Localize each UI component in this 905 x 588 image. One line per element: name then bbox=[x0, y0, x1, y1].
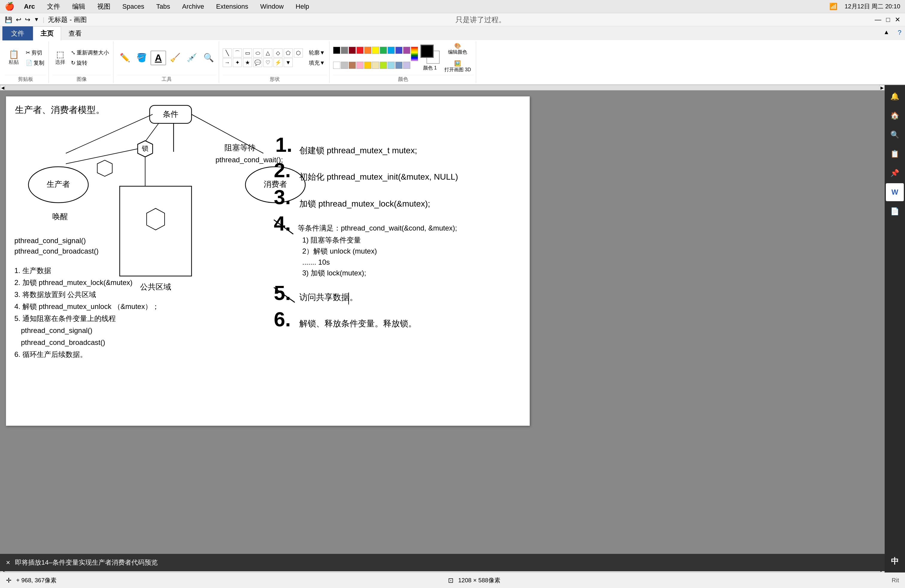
quick-save-icon[interactable]: 💾 bbox=[5, 16, 12, 23]
paste-btn[interactable]: 📋 粘贴 bbox=[5, 49, 23, 67]
fill-shape-btn[interactable]: 填充▼ bbox=[307, 58, 327, 67]
cut-label: 剪切 bbox=[32, 49, 42, 56]
right-text-6: 解锁、释放条件变量。释放锁。 bbox=[299, 319, 417, 328]
color-purple[interactable] bbox=[403, 47, 410, 54]
color-pink[interactable] bbox=[356, 62, 364, 69]
maximize-btn[interactable]: □ bbox=[886, 16, 890, 24]
sr-btn-clipboard2[interactable]: 📋 bbox=[886, 145, 904, 163]
collapse-ribbon-btn[interactable]: ▲ bbox=[879, 26, 894, 40]
open-3d-btn[interactable]: 🖼️ 打开画图 3D bbox=[442, 59, 473, 74]
sr-btn-home[interactable]: 🏠 bbox=[886, 106, 904, 124]
menu-view[interactable]: 视图 bbox=[95, 1, 113, 12]
color-darkred[interactable] bbox=[349, 47, 356, 54]
color-lightblue[interactable] bbox=[387, 62, 395, 69]
color-blue[interactable] bbox=[395, 47, 403, 54]
outline-btn[interactable]: 轮廓▼ bbox=[307, 48, 327, 57]
scroll-right-btn[interactable]: ▶ bbox=[879, 85, 884, 91]
color-spectrum[interactable] bbox=[411, 47, 418, 61]
shape-diamond[interactable]: ◇ bbox=[273, 49, 283, 57]
right-text-4b: 2）解锁 unlock (mutex) bbox=[302, 247, 377, 255]
text-btn[interactable]: A bbox=[151, 51, 166, 65]
image-tools: ⬚ 选择 ⤡ 重新调整大小 ↻ 旋转 bbox=[52, 41, 111, 74]
menu-extensions[interactable]: Extensions bbox=[214, 2, 251, 12]
sr-btn-search[interactable]: 🔍 bbox=[886, 126, 904, 144]
color-cream[interactable] bbox=[372, 62, 379, 69]
copy-btn[interactable]: 📄 复制 bbox=[24, 58, 46, 67]
menu-window[interactable]: Window bbox=[258, 2, 286, 12]
rotate-btn[interactable]: ↻ 旋转 bbox=[69, 58, 111, 67]
color-lightgray[interactable] bbox=[341, 62, 348, 69]
undo-btn[interactable]: ↩ bbox=[16, 16, 21, 24]
tab-view[interactable]: 查看 bbox=[61, 26, 89, 40]
color-cyan[interactable] bbox=[387, 47, 395, 54]
color-orange[interactable] bbox=[364, 47, 372, 54]
menu-tabs[interactable]: Tabs bbox=[154, 2, 172, 12]
color-white[interactable] bbox=[333, 62, 340, 69]
close-btn[interactable]: ✕ bbox=[895, 16, 900, 24]
menu-arc[interactable]: Arc bbox=[22, 2, 37, 12]
colors-label: 颜色 bbox=[333, 75, 473, 83]
dropdown-icon[interactable]: ▼ bbox=[34, 16, 39, 23]
redo-btn[interactable]: ↪ bbox=[25, 16, 30, 24]
edit-colors-btn[interactable]: 🎨 编辑颜色 bbox=[442, 41, 473, 57]
tab-home[interactable]: 主页 bbox=[33, 26, 61, 40]
apple-menu[interactable]: 🍎 bbox=[5, 2, 14, 11]
shape-curve[interactable]: ⌒ bbox=[233, 49, 242, 57]
shape-heart[interactable]: ♡ bbox=[264, 58, 272, 67]
shape-hexagon[interactable]: ⬡ bbox=[294, 49, 303, 57]
color-lime[interactable] bbox=[380, 62, 387, 69]
menu-spaces[interactable]: Spaces bbox=[120, 2, 147, 12]
sr-btn-input[interactable]: 中 bbox=[886, 552, 904, 570]
shape-triangle[interactable]: △ bbox=[264, 49, 272, 57]
canvas-area[interactable]: 生产者、消费者模型。 条件 bbox=[0, 91, 884, 567]
shape-lightning[interactable]: ⚡ bbox=[273, 58, 283, 67]
shape-more[interactable]: ▼ bbox=[284, 58, 293, 67]
shape-callout[interactable]: 💬 bbox=[253, 58, 262, 67]
resize-label: 重新调整大小 bbox=[76, 49, 109, 56]
menu-edit[interactable]: 编辑 bbox=[70, 1, 88, 12]
color-lavender[interactable] bbox=[403, 62, 410, 69]
sr-btn-word[interactable]: W bbox=[886, 183, 904, 201]
menu-help[interactable]: Help bbox=[293, 2, 311, 12]
help-btn[interactable]: ? bbox=[894, 26, 905, 40]
select-icon: ⬚ bbox=[56, 50, 64, 59]
color-green[interactable] bbox=[380, 47, 387, 54]
color-steel[interactable] bbox=[395, 62, 403, 69]
color-brown[interactable] bbox=[349, 62, 356, 69]
notif-close-btn[interactable]: × bbox=[6, 558, 10, 567]
fill-btn[interactable]: 🪣 bbox=[134, 52, 149, 63]
menu-file[interactable]: 文件 bbox=[44, 1, 62, 12]
scroll-left-btn[interactable]: ◀ bbox=[0, 85, 5, 91]
select-btn[interactable]: ⬚ 选择 bbox=[52, 49, 68, 67]
edit-colors-icon: 🎨 bbox=[454, 43, 461, 49]
shape-star5[interactable]: ★ bbox=[243, 58, 252, 67]
sr-btn-notifications[interactable]: 🔔 bbox=[886, 87, 904, 105]
shape-arrow[interactable]: → bbox=[223, 58, 232, 67]
color-black[interactable] bbox=[333, 47, 340, 54]
hscroll-top[interactable]: ◀ ▶ bbox=[0, 85, 884, 91]
resize-btn[interactable]: ⤡ 重新调整大小 bbox=[69, 48, 111, 57]
color-yellow[interactable] bbox=[372, 47, 379, 54]
sr-btn-pin[interactable]: 📌 bbox=[886, 164, 904, 182]
tab-file[interactable]: 文件 bbox=[2, 26, 33, 40]
cut-btn[interactable]: ✂ 剪切 bbox=[24, 48, 46, 57]
color1-swatch[interactable] bbox=[421, 44, 433, 58]
magnify-btn[interactable]: 🔍 bbox=[201, 52, 216, 63]
shape-line[interactable]: ╲ bbox=[223, 49, 232, 57]
color-gray[interactable] bbox=[341, 47, 348, 54]
shape-rect[interactable]: ▭ bbox=[243, 49, 252, 57]
color-gold[interactable] bbox=[364, 62, 372, 69]
canvas[interactable]: 生产者、消费者模型。 条件 bbox=[6, 96, 530, 426]
sr-btn-doc[interactable]: 📄 bbox=[886, 202, 904, 220]
shape-star4[interactable]: ✦ bbox=[233, 58, 242, 67]
shape-ellipse[interactable]: ⬭ bbox=[253, 49, 262, 57]
color-red[interactable] bbox=[356, 47, 364, 54]
pencil-btn[interactable]: ✏️ bbox=[117, 52, 133, 63]
right-num-1: 1. bbox=[275, 133, 292, 156]
menu-archive[interactable]: Archive bbox=[180, 2, 206, 12]
fill-icon: 🪣 bbox=[137, 54, 147, 62]
minimize-btn[interactable]: — bbox=[875, 16, 881, 24]
picker-btn[interactable]: 💉 bbox=[184, 52, 200, 63]
eraser-btn[interactable]: 🧹 bbox=[167, 52, 183, 63]
shape-pentagon[interactable]: ⬠ bbox=[284, 49, 293, 57]
